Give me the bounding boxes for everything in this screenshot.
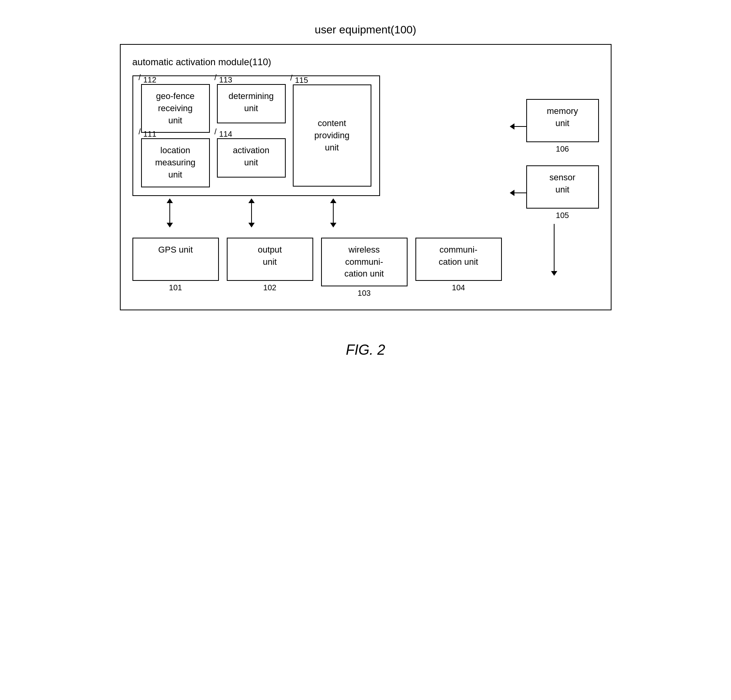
content-ref: 115 (295, 76, 308, 85)
arrow-head-down-2 (248, 223, 255, 227)
memory-arrow-row: memory unit 106 (510, 99, 599, 154)
memory-unit: memory unit (526, 99, 599, 142)
output-ref: 102 (263, 283, 276, 292)
gps-ref: 101 (169, 283, 182, 292)
content-providing-unit: content providing unit (293, 84, 371, 187)
memory-arrow-head (510, 123, 514, 130)
main-col: 112 / geo-fence receiving unit 113 (132, 75, 502, 298)
output-unit: output unit (227, 238, 313, 281)
comm-unit: communi- cation unit (415, 238, 502, 281)
bottom-units-row: GPS unit 101 output unit 102 wireless co… (132, 238, 502, 298)
arrow-head-up-1 (167, 198, 173, 203)
output-arrow (214, 198, 289, 227)
sensor-wrapper: sensor unit 105 (526, 165, 599, 220)
page-title: user equipment(100) (315, 24, 416, 36)
geo-fence-ref: 112 (143, 75, 156, 84)
sensor-ref: 105 (556, 211, 569, 220)
determining-unit: determining unit (217, 84, 286, 123)
sensor-arrow-row: sensor unit 105 (510, 165, 599, 220)
arrow-head-down-3 (330, 223, 336, 227)
wireless-arrow (296, 198, 371, 227)
memory-ref: 106 (556, 145, 569, 154)
activation-ref: 114 (219, 130, 232, 139)
location-measuring-unit: location measuring unit (141, 138, 210, 187)
bottom-inner-row: 111 / location measuring unit 114 (141, 138, 286, 187)
memory-arrow-line (514, 126, 526, 127)
gps-unit: GPS unit (132, 238, 219, 281)
full-layout: 112 / geo-fence receiving unit 113 (132, 75, 599, 298)
comm-ref: 104 (452, 283, 465, 292)
determining-ref: 113 (219, 75, 232, 84)
activation-unit: activation unit (217, 138, 286, 178)
arrow-head-up-2 (248, 198, 255, 203)
content-col: 115 / content providing unit (293, 84, 371, 187)
location-ref: 111 (143, 130, 156, 139)
fig-label: FIG. 2 (346, 342, 385, 358)
diagram-container: user equipment(100) automatic activation… (149, 24, 582, 358)
location-wrapper: 111 / location measuring unit (141, 138, 210, 187)
memory-wrapper: memory unit 106 (526, 99, 599, 154)
gps-arrow (132, 198, 207, 227)
sensor-unit: sensor unit (526, 165, 599, 209)
determining-wrapper: 113 / determining unit (217, 84, 286, 133)
arrows-middle (132, 196, 371, 230)
geo-fence-wrapper: 112 / geo-fence receiving unit (141, 84, 210, 133)
gps-wrapper: GPS unit 101 (132, 238, 219, 298)
sensor-arrow-head (510, 190, 514, 196)
right-col: memory unit 106 sensor unit 105 (510, 99, 599, 276)
outer-box: automatic activation module(110) (120, 44, 612, 310)
top-inner-row: 112 / geo-fence receiving unit 113 (141, 84, 286, 133)
comm-wrapper: communi- cation unit 104 (415, 238, 502, 298)
sensor-arrow-line (514, 192, 526, 193)
wireless-comm-unit: wireless communi- cation unit (321, 238, 408, 286)
arrow-line-3 (333, 203, 334, 223)
module-box: 112 / geo-fence receiving unit 113 (132, 75, 380, 196)
arrow-line-2 (251, 203, 252, 223)
sensor-down-arrow (551, 224, 557, 276)
module-inner-rows: 112 / geo-fence receiving unit 113 (141, 84, 371, 187)
output-wrapper: output unit 102 (227, 238, 313, 298)
left-two-col: 112 / geo-fence receiving unit 113 (141, 84, 286, 187)
arrow-head-up-3 (330, 198, 336, 203)
arrow-head-down-1 (167, 223, 173, 227)
wireless-ref: 103 (358, 289, 371, 298)
module-label: automatic activation module(110) (132, 57, 599, 68)
geo-fence-unit: geo-fence receiving unit (141, 84, 210, 133)
arrow-line-1 (169, 203, 170, 223)
activation-wrapper: 114 / activation unit (217, 138, 286, 187)
wireless-wrapper: wireless communi- cation unit 103 (321, 238, 408, 298)
